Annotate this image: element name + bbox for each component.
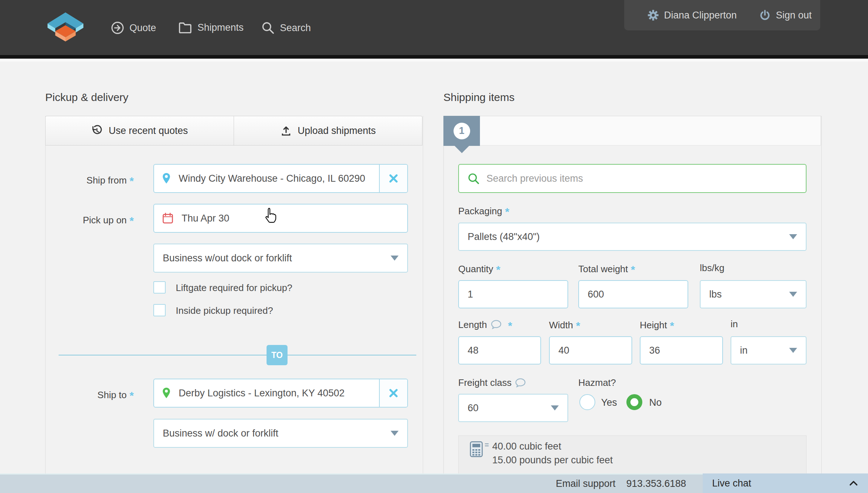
inside-pickup-label: Inside pickup required? xyxy=(176,305,273,316)
pickup-facility-value: Business w/out dock or forklift xyxy=(163,253,292,264)
tooltip-bubble-icon[interactable] xyxy=(515,378,526,388)
height-input[interactable] xyxy=(640,336,723,365)
pickup-date-field[interactable]: Thu Apr 30 xyxy=(153,204,408,233)
ship-from-field[interactable]: Windy City Warehouse - Chicago, IL 60290 xyxy=(153,164,408,193)
item-tabs-header: 1 xyxy=(443,116,821,146)
quote-source-buttons: Use recent quotes Upload shipments xyxy=(45,116,422,146)
item-number-badge: 1 xyxy=(454,123,470,139)
nav-highlight xyxy=(0,59,868,62)
weight-unit-value: lbs xyxy=(709,289,722,300)
ship-from-label: Ship from xyxy=(36,174,134,186)
length-required-mark xyxy=(505,319,512,331)
use-recent-quotes-button[interactable]: Use recent quotes xyxy=(46,116,234,145)
hazmat-no-radio[interactable] xyxy=(626,394,642,410)
length-label-wrap: Length xyxy=(458,319,512,331)
search-green-icon xyxy=(467,172,480,185)
pickup-date-value: Thu Apr 30 xyxy=(182,213,229,224)
quote-page: Quote Shipments Search xyxy=(0,0,868,493)
hazmat-yes-radio[interactable] xyxy=(579,394,595,410)
search-previous-items-input[interactable] xyxy=(458,164,807,193)
brand-logo[interactable] xyxy=(44,12,87,45)
width-input[interactable] xyxy=(549,336,632,365)
item-tab-1[interactable]: 1 xyxy=(443,116,480,146)
location-pin-blue-icon xyxy=(162,173,171,184)
quote-arrow-circle-icon xyxy=(111,21,124,35)
support-bar: Email support 913.353.6188 xyxy=(0,473,703,493)
delivery-facility-select[interactable]: Business w/ dock or forklift xyxy=(153,419,408,448)
chevron-down-icon xyxy=(789,234,797,239)
hazmat-label: Hazmat? xyxy=(578,377,616,388)
chevron-down-icon xyxy=(391,431,399,436)
quantity-label: Quantity xyxy=(458,262,501,275)
sign-out-label: Sign out xyxy=(776,10,812,21)
liftgate-label: Liftgate required for pickup? xyxy=(176,282,292,294)
live-chat-label: Live chat xyxy=(712,478,751,489)
upload-shipments-button[interactable]: Upload shipments xyxy=(234,116,422,145)
delivery-facility-value: Business w/ dock or forklift xyxy=(163,428,278,439)
nav-search-label: Search xyxy=(280,22,311,34)
inside-pickup-checkbox[interactable] xyxy=(153,304,166,316)
freight-class-label-wrap: Freight class xyxy=(458,377,526,388)
user-name: Diana Clipperton xyxy=(664,10,737,21)
gear-icon xyxy=(647,9,659,21)
calendar-icon xyxy=(162,212,174,224)
quantity-input[interactable] xyxy=(458,280,568,308)
nav-quote[interactable]: Quote xyxy=(111,21,156,35)
dim-unit-select[interactable]: in xyxy=(731,336,807,365)
weight-unit-select[interactable]: lbs xyxy=(700,280,807,308)
location-pin-green-icon xyxy=(162,387,171,399)
calculator-icon xyxy=(469,441,489,458)
length-input[interactable] xyxy=(458,336,541,365)
pickup-facility-select[interactable]: Business w/out dock or forklift xyxy=(153,244,408,273)
clear-x-icon xyxy=(389,388,398,398)
ship-to-value-area[interactable]: Derby Logistics - Lexington, KY 40502 xyxy=(154,379,379,407)
search-icon xyxy=(261,21,275,35)
ship-from-value: Windy City Warehouse - Chicago, IL 60290 xyxy=(179,173,365,184)
power-icon xyxy=(759,9,771,21)
history-icon xyxy=(91,125,103,136)
use-recent-quotes-label: Use recent quotes xyxy=(109,125,188,136)
top-nav: Quote Shipments Search xyxy=(0,0,868,55)
tooltip-bubble-icon[interactable] xyxy=(491,320,502,330)
liftgate-checkbox[interactable] xyxy=(153,281,166,294)
nav-shipments[interactable]: Shipments xyxy=(178,21,244,34)
hazmat-no-label: No xyxy=(649,397,662,408)
chevron-up-icon xyxy=(849,480,858,486)
user-panel: Diana Clipperton Sign out xyxy=(624,0,820,30)
packaging-label: Packaging xyxy=(458,205,509,217)
freight-class-value: 60 xyxy=(468,403,478,414)
ship-to-field[interactable]: Derby Logistics - Lexington, KY 40502 xyxy=(153,379,408,408)
width-label: Width xyxy=(549,319,580,331)
freight-class-select[interactable]: 60 xyxy=(458,394,568,422)
ship-from-value-area[interactable]: Windy City Warehouse - Chicago, IL 60290 xyxy=(154,165,379,192)
weight-unit-label: lbs/kg xyxy=(700,262,724,274)
dim-unit-label: in xyxy=(731,319,738,330)
pickup-delivery-title: Pickup & delivery xyxy=(45,91,128,104)
upload-icon xyxy=(280,125,292,136)
pick-up-on-label: Pick up on xyxy=(36,214,134,226)
hazmat-yes-label: Yes xyxy=(601,397,617,408)
ship-to-clear-button[interactable] xyxy=(379,379,407,407)
nav-divider xyxy=(0,55,868,59)
email-support-link[interactable]: Email support xyxy=(556,478,616,489)
nav-shipments-label: Shipments xyxy=(197,22,244,33)
packaging-select[interactable]: Pallets (48"x40") xyxy=(458,223,807,251)
ship-to-label: Ship to xyxy=(36,388,134,401)
ship-from-clear-button[interactable] xyxy=(379,165,407,192)
nav-search[interactable]: Search xyxy=(261,21,311,35)
support-phone: 913.353.6188 xyxy=(626,478,686,489)
to-badge: TO xyxy=(267,345,288,365)
shipping-items-title: Shipping items xyxy=(443,91,515,104)
to-divider-line xyxy=(59,355,416,355)
upload-shipments-label: Upload shipments xyxy=(298,125,376,136)
dim-unit-value: in xyxy=(740,345,748,356)
length-label: Length xyxy=(458,319,487,330)
chevron-down-icon xyxy=(551,405,559,410)
live-chat-bar[interactable]: Live chat xyxy=(703,473,868,493)
sign-out-button[interactable]: Sign out xyxy=(759,9,812,21)
chevron-down-icon xyxy=(391,256,399,261)
pickup-date-value-area[interactable]: Thu Apr 30 xyxy=(154,205,407,232)
total-weight-input[interactable] xyxy=(578,280,688,308)
user-settings[interactable]: Diana Clipperton xyxy=(647,9,737,21)
item-tab-pointer xyxy=(455,146,469,153)
